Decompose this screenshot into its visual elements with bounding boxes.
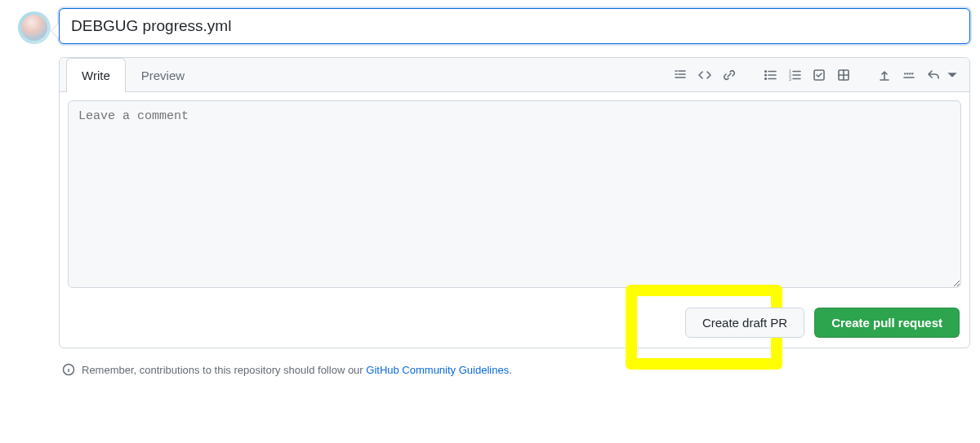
svg-text:3: 3 <box>789 76 791 81</box>
footer-note: Remember, contributions to this reposito… <box>59 363 970 376</box>
code-icon[interactable] <box>693 63 716 87</box>
create-pull-request-button[interactable]: Create pull request <box>814 308 960 338</box>
reply-icon[interactable] <box>922 63 945 87</box>
tab-write[interactable]: Write <box>66 58 126 92</box>
saved-replies-icon[interactable] <box>898 63 920 87</box>
caret-down-icon[interactable] <box>947 63 958 87</box>
speech-carat <box>51 23 59 39</box>
pr-title-input[interactable] <box>59 8 970 44</box>
quote-icon[interactable] <box>669 63 692 87</box>
table-icon[interactable] <box>832 63 855 87</box>
unordered-list-icon[interactable] <box>759 63 782 87</box>
formatting-toolbar: 123 <box>669 63 963 87</box>
comment-textarea[interactable] <box>68 100 961 288</box>
ordered-list-icon[interactable]: 123 <box>783 63 806 87</box>
avatar[interactable] <box>18 11 51 44</box>
task-list-icon[interactable] <box>808 63 831 87</box>
svg-point-0 <box>765 70 767 72</box>
guidelines-link[interactable]: GitHub Community Guidelines <box>366 364 509 376</box>
create-draft-pr-button[interactable]: Create draft PR <box>685 308 804 338</box>
footer-text: Remember, contributions to this reposito… <box>82 364 366 376</box>
footer-suffix: . <box>509 364 512 376</box>
tab-preview[interactable]: Preview <box>126 58 200 92</box>
tab-row: Write Preview <box>60 58 969 92</box>
link-icon[interactable] <box>718 63 741 87</box>
info-icon <box>62 363 75 376</box>
attach-icon[interactable] <box>873 63 896 87</box>
svg-point-1 <box>765 74 767 76</box>
comment-box: Write Preview <box>59 57 970 348</box>
svg-point-2 <box>765 78 767 79</box>
